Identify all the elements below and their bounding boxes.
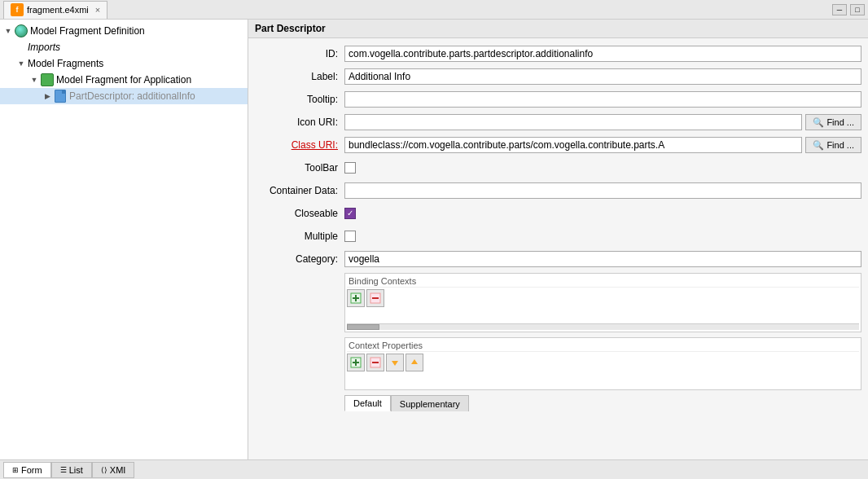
tab-default[interactable]: Default	[344, 395, 391, 411]
binding-contexts-list	[347, 309, 859, 323]
tree-item-definition[interactable]: ▼ Model Fragment Definition	[0, 23, 248, 39]
part-descriptor-node-icon	[54, 90, 67, 103]
binding-contexts-add-button[interactable]	[347, 289, 365, 307]
add-icon-2	[350, 357, 362, 368]
definition-node-icon	[15, 24, 28, 37]
list-tab-label: List	[69, 465, 83, 475]
tree-item-model-fragments[interactable]: ▼ Model Fragments	[0, 55, 248, 72]
multiple-checkbox[interactable]	[344, 231, 356, 242]
section-header: Part Descriptor	[248, 20, 868, 38]
class-uri-row: Class URI: 🔍 Find ...	[255, 136, 861, 154]
icon-uri-find-button[interactable]: 🔍 Find ...	[805, 114, 861, 130]
svg-marker-10	[392, 361, 398, 366]
toolbar-label: ToolBar	[255, 162, 344, 174]
icon-uri-label: Icon URI:	[255, 116, 344, 128]
toolbar-checkbox[interactable]	[344, 162, 356, 174]
context-properties-list	[347, 373, 859, 388]
form-tabs-row: Default Supplementary	[255, 395, 861, 411]
svg-rect-4	[372, 297, 379, 299]
form-content: ID: Label: Tooltip: Icon URI: 🔍	[248, 38, 868, 418]
xmi-tab-icon: ⟨⟩	[101, 466, 107, 474]
tab-supplementary[interactable]: Supplementary	[391, 395, 469, 411]
tab-close-btn[interactable]: ×	[95, 5, 100, 15]
container-data-label: Container Data:	[255, 185, 344, 196]
expand-definition-icon: ▼	[3, 26, 13, 36]
search-icon-2: 🔍	[813, 140, 824, 151]
tab-label: fragment.e4xmi	[27, 5, 89, 15]
maximize-button[interactable]: □	[850, 4, 865, 15]
svg-marker-11	[411, 359, 418, 364]
toolbar-row: ToolBar	[255, 159, 861, 177]
icon-uri-input[interactable]	[344, 114, 802, 130]
id-label: ID:	[255, 48, 344, 59]
label-input[interactable]	[344, 68, 861, 85]
find-btn-label: Find ...	[826, 117, 854, 127]
context-properties-up-button[interactable]	[406, 354, 423, 371]
binding-contexts-scrollbar[interactable]	[347, 323, 859, 330]
expand-imports-icon	[16, 42, 26, 52]
definition-label: Model Fragment Definition	[30, 25, 145, 37]
class-uri-input[interactable]	[344, 137, 802, 153]
find-btn-label-2: Find ...	[826, 140, 854, 150]
context-properties-row: Context Properties	[255, 337, 861, 390]
view-tab-list[interactable]: ☰ List	[51, 462, 92, 478]
icon-uri-row: Icon URI: 🔍 Find ...	[255, 113, 861, 131]
part-descriptor-label: PartDescriptor: additionalInfo	[69, 90, 195, 102]
tooltip-row: Tooltip:	[255, 90, 861, 108]
editor-tab[interactable]: f fragment.e4xmi ×	[3, 1, 107, 19]
green-circle-icon	[15, 24, 28, 37]
tooltip-label: Tooltip:	[255, 94, 344, 105]
tree-item-model-fragment-app[interactable]: ▼ Model Fragment for Application	[0, 72, 248, 88]
context-properties-add-button[interactable]	[347, 354, 365, 371]
form-tabs: Default Supplementary	[344, 395, 469, 411]
xmi-tab-label: XMI	[110, 465, 126, 475]
binding-contexts-header: Binding Contexts	[347, 275, 859, 288]
tooltip-input[interactable]	[344, 91, 861, 108]
svg-rect-9	[372, 362, 379, 363]
class-uri-find-button[interactable]: 🔍 Find ...	[805, 137, 861, 153]
title-bar-left: f fragment.e4xmi ×	[3, 1, 107, 19]
minimize-button[interactable]: ─	[832, 4, 847, 15]
container-data-input[interactable]	[344, 182, 861, 199]
svg-rect-7	[353, 362, 359, 363]
tree-item-imports[interactable]: Imports	[0, 39, 248, 55]
up-icon	[409, 357, 420, 368]
view-tab-form[interactable]: ⊞ Form	[3, 462, 51, 478]
file-icon: f	[11, 3, 24, 16]
scroll-thumb	[347, 324, 379, 330]
binding-contexts-row: Binding Contexts	[255, 273, 861, 332]
multiple-row: Multiple	[255, 227, 861, 245]
form-tab-label: Form	[21, 465, 42, 475]
context-properties-section: Context Properties	[344, 337, 861, 390]
tree-item-part-descriptor[interactable]: ▶ PartDescriptor: additionalInfo	[0, 88, 248, 104]
multiple-label: Multiple	[255, 231, 344, 242]
context-properties-header: Context Properties	[347, 340, 859, 352]
category-input[interactable]	[344, 251, 861, 267]
label-row: Label:	[255, 68, 861, 86]
remove-icon-2	[370, 357, 381, 368]
context-properties-down-button[interactable]	[386, 354, 404, 371]
svg-rect-2	[353, 297, 359, 299]
id-row: ID:	[255, 45, 861, 63]
closeable-row: Closeable	[255, 204, 861, 222]
category-label: Category:	[255, 253, 344, 265]
closeable-checkbox[interactable]	[344, 208, 356, 219]
view-tab-xmi[interactable]: ⟨⟩ XMI	[92, 462, 135, 478]
imports-label: Imports	[28, 42, 60, 53]
binding-contexts-remove-button[interactable]	[366, 289, 384, 307]
main-container: ▼ Model Fragment Definition Imports ▼ Mo…	[0, 20, 868, 459]
form-panel: Part Descriptor ID: Label: Tooltip: Icon…	[248, 20, 868, 459]
binding-contexts-toolbar	[347, 289, 859, 307]
id-input[interactable]	[344, 46, 861, 62]
expand-fragment-app-icon: ▼	[29, 75, 39, 85]
title-bar: f fragment.e4xmi × ─ □	[0, 0, 868, 20]
expand-part-descriptor-icon: ▶	[42, 91, 52, 101]
context-properties-remove-button[interactable]	[366, 354, 384, 371]
view-bottom-bar: ⊞ Form ☰ List ⟨⟩ XMI	[0, 459, 868, 479]
green-square-icon	[41, 73, 54, 86]
down-icon	[389, 357, 401, 368]
tree-panel: ▼ Model Fragment Definition Imports ▼ Mo…	[0, 20, 248, 459]
binding-contexts-section: Binding Contexts	[344, 273, 861, 332]
add-icon	[350, 292, 362, 304]
context-properties-toolbar	[347, 354, 859, 371]
